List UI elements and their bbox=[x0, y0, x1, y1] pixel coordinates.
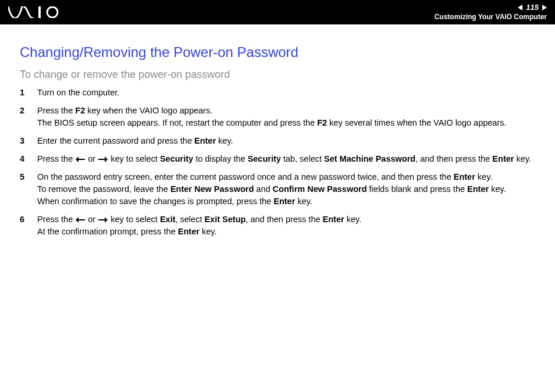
svg-rect-0 bbox=[38, 6, 41, 18]
step-text: Turn on the computer. bbox=[37, 88, 119, 97]
page-subtitle: To change or remove the power-on passwor… bbox=[20, 69, 535, 81]
step-item: 4Press the or key to select Security to … bbox=[20, 153, 535, 165]
page-title: Changing/Removing the Power-on Password bbox=[20, 44, 535, 60]
step-item: 6Press the or key to select Exit, select… bbox=[20, 213, 535, 238]
arrow-left-icon bbox=[76, 217, 85, 223]
page-nav: 115 bbox=[435, 3, 547, 13]
step-text: Enter the current password and press the… bbox=[37, 136, 233, 145]
step-text: Press the F2 key when the VAIO logo appe… bbox=[37, 106, 507, 127]
step-number: 5 bbox=[20, 171, 24, 183]
next-page-icon[interactable] bbox=[542, 5, 547, 10]
steps-list: 1Turn on the computer.2Press the F2 key … bbox=[20, 87, 535, 238]
prev-page-icon[interactable] bbox=[518, 5, 522, 10]
page-number: 115 bbox=[526, 3, 539, 13]
step-number: 1 bbox=[20, 87, 24, 99]
arrow-right-icon bbox=[98, 156, 108, 162]
step-number: 6 bbox=[20, 213, 24, 226]
section-label: Customizing Your VAIO Computer bbox=[435, 13, 547, 22]
vaio-logo-svg bbox=[8, 6, 62, 18]
arrow-left-icon bbox=[76, 156, 85, 162]
step-text: Press the or key to select Security to d… bbox=[37, 154, 531, 163]
step-item: 1Turn on the computer. bbox=[20, 87, 535, 99]
svg-point-1 bbox=[47, 7, 58, 17]
step-text: On the password entry screen, enter the … bbox=[37, 172, 506, 206]
vaio-logo bbox=[8, 6, 62, 18]
header-right: 115 Customizing Your VAIO Computer bbox=[435, 3, 547, 22]
step-number: 3 bbox=[20, 135, 24, 147]
step-item: 5On the password entry screen, enter the… bbox=[20, 171, 535, 208]
arrow-right-icon bbox=[98, 217, 108, 223]
step-text: Press the or key to select Exit, select … bbox=[37, 215, 361, 236]
step-number: 4 bbox=[20, 153, 24, 165]
content: Changing/Removing the Power-on Password … bbox=[0, 24, 555, 238]
header-bar: 115 Customizing Your VAIO Computer bbox=[0, 0, 555, 24]
step-item: 2Press the F2 key when the VAIO logo app… bbox=[20, 105, 535, 129]
step-number: 2 bbox=[20, 105, 24, 117]
step-item: 3Enter the current password and press th… bbox=[20, 135, 535, 147]
